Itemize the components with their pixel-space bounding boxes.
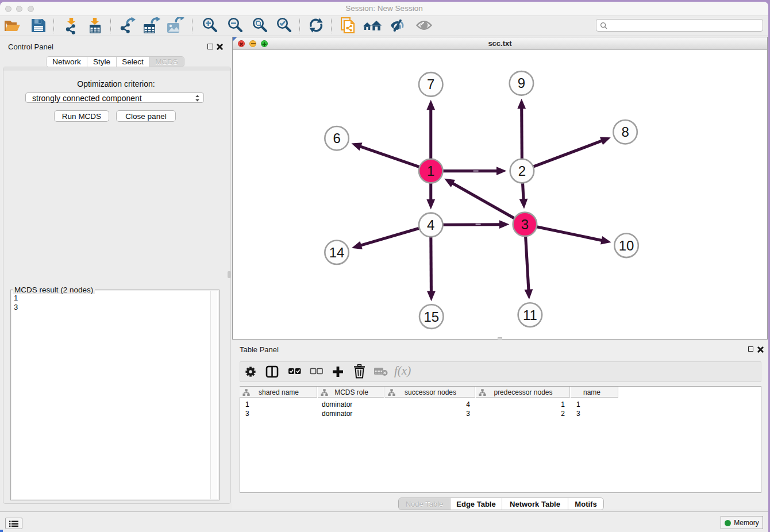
svg-text:14: 14: [329, 245, 345, 260]
svg-text:4: 4: [427, 217, 434, 233]
svg-text:10: 10: [619, 238, 634, 253]
svg-text:8: 8: [621, 124, 629, 140]
svg-text:11: 11: [523, 307, 537, 323]
svg-text:2: 2: [518, 163, 526, 179]
svg-text:1: 1: [427, 163, 434, 179]
svg-text:3: 3: [521, 217, 529, 232]
svg-text:9: 9: [518, 75, 525, 91]
svg-text:7: 7: [427, 76, 434, 92]
svg-text:6: 6: [333, 130, 340, 146]
svg-text:15: 15: [424, 309, 439, 325]
